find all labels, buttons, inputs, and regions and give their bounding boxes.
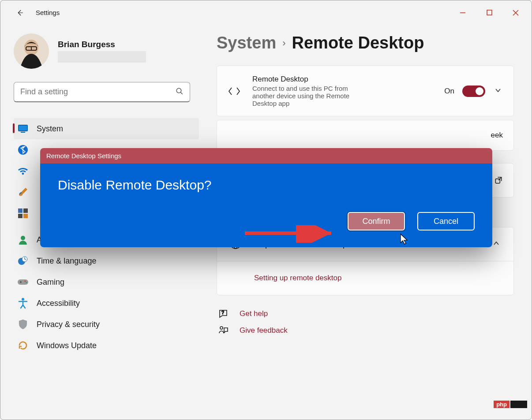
profile-block[interactable]: Brian Burgess <box>14 33 199 69</box>
system-icon <box>17 123 29 134</box>
svg-line-9 <box>180 92 183 94</box>
svg-rect-1 <box>487 10 492 15</box>
dialog-question: Disable Remote Desktop? <box>58 178 475 193</box>
svg-point-24 <box>24 280 26 282</box>
person-icon <box>17 234 29 245</box>
card-subtitle: Connect to and use this PC from another … <box>252 85 367 107</box>
gamepad-icon <box>17 276 29 288</box>
breadcrumb-current: Remote Desktop <box>292 33 424 52</box>
paintbrush-icon <box>17 186 29 198</box>
clock-globe-icon <box>17 255 29 267</box>
help-chat-icon: ? <box>217 308 230 319</box>
maximize-button[interactable] <box>476 4 502 21</box>
svg-point-23 <box>20 281 22 283</box>
card-title: Remote Desktop <box>252 75 433 84</box>
svg-point-32 <box>220 327 223 329</box>
chevron-down-icon[interactable] <box>493 87 503 96</box>
search-icon <box>176 87 184 97</box>
update-icon <box>17 340 29 351</box>
toggle-state-label: On <box>444 87 454 96</box>
remote-desktop-card[interactable]: Remote Desktop Connect to and use this P… <box>217 66 514 116</box>
nav-time-language[interactable]: Time & language <box>14 250 199 271</box>
svg-rect-16 <box>23 208 28 213</box>
accessibility-icon <box>17 297 29 309</box>
svg-point-14 <box>22 173 24 175</box>
shield-icon <box>17 319 29 330</box>
watermark-text: php <box>494 401 510 408</box>
get-help-link[interactable]: ? Get help <box>217 308 514 319</box>
svg-rect-18 <box>23 214 28 218</box>
svg-point-26 <box>22 298 24 301</box>
remote-desktop-icon <box>228 85 241 97</box>
svg-rect-12 <box>21 132 25 133</box>
nav-system[interactable]: System <box>14 118 199 139</box>
title-bar: Settings <box>0 0 532 25</box>
bluetooth-icon <box>17 144 29 156</box>
open-external-icon <box>494 176 503 185</box>
watermark-block <box>510 401 527 408</box>
profile-name: Brian Burgess <box>58 40 146 49</box>
breadcrumb: System › Remote Desktop <box>217 33 514 52</box>
nav-accessibility[interactable]: Accessibility <box>14 293 199 314</box>
svg-point-19 <box>21 236 25 240</box>
setup-remote-desktop-link[interactable]: Setting up remote desktop <box>254 274 341 282</box>
chevron-right-icon: › <box>282 37 285 49</box>
remote-desktop-toggle[interactable] <box>462 85 485 97</box>
nav-privacy[interactable]: Privacy & security <box>14 314 199 335</box>
svg-text:?: ? <box>221 310 224 315</box>
nav-label: Privacy & security <box>37 320 100 329</box>
search-input[interactable] <box>20 87 176 97</box>
get-help-label: Get help <box>240 309 268 318</box>
nav-label: Windows Update <box>37 341 97 350</box>
svg-rect-15 <box>18 208 22 213</box>
chevron-up-icon[interactable] <box>491 240 501 249</box>
nav-label: Gaming <box>37 278 64 287</box>
apps-icon <box>17 208 29 219</box>
row-tail-text: eek <box>491 131 503 140</box>
hidden-setting-row-1[interactable]: eek <box>217 120 514 151</box>
window-controls <box>450 4 529 21</box>
wifi-icon <box>17 165 29 177</box>
minimize-button[interactable] <box>450 4 476 21</box>
give-feedback-label: Give feedback <box>240 326 288 335</box>
back-button[interactable] <box>14 7 26 19</box>
nav-gaming[interactable]: Gaming <box>14 271 199 293</box>
svg-point-25 <box>26 282 27 283</box>
close-button[interactable] <box>502 4 529 21</box>
confirm-button[interactable]: Confirm <box>348 212 405 230</box>
svg-rect-17 <box>18 214 22 218</box>
watermark-badge: php <box>494 401 527 408</box>
svg-rect-11 <box>19 126 27 130</box>
svg-point-8 <box>176 88 181 93</box>
nav-windows-update[interactable]: Windows Update <box>14 335 199 356</box>
settings-window: Settings <box>0 0 532 420</box>
feedback-icon <box>217 325 230 336</box>
search-box[interactable] <box>14 82 190 102</box>
give-feedback-link[interactable]: Give feedback <box>217 325 514 336</box>
nav-label: System <box>37 124 63 134</box>
breadcrumb-parent[interactable]: System <box>217 33 276 52</box>
cancel-button[interactable]: Cancel <box>417 212 475 230</box>
confirm-dialog: Remote Desktop Settings Disable Remote D… <box>40 148 492 247</box>
dialog-title-bar: Remote Desktop Settings <box>40 148 492 164</box>
profile-email-redacted <box>58 51 146 63</box>
nav-label: Accessibility <box>37 299 80 308</box>
avatar <box>14 33 49 69</box>
window-title: Settings <box>36 9 60 16</box>
nav-label: Time & language <box>37 256 96 266</box>
